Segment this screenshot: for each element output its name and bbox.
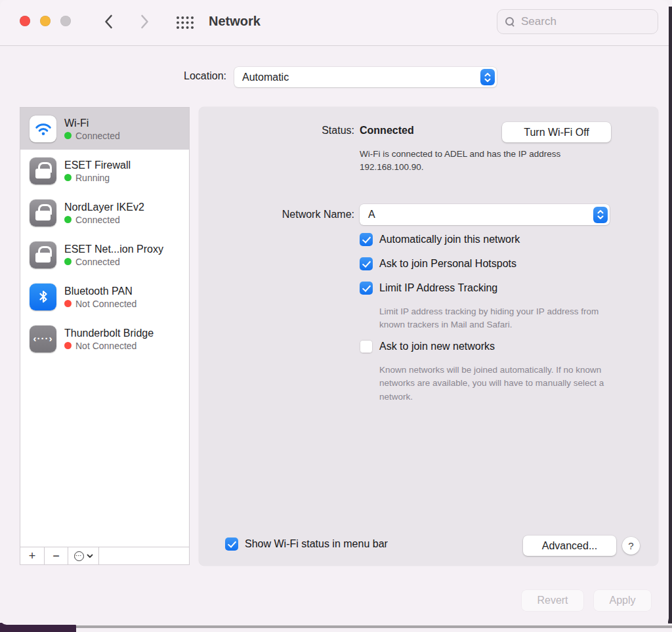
close-window-button[interactable] xyxy=(20,16,30,26)
lock-icon xyxy=(30,242,56,268)
add-service-button[interactable]: + xyxy=(20,547,45,564)
dropdown-stepper-icon xyxy=(593,207,608,223)
forward-button[interactable] xyxy=(140,14,150,32)
apply-button[interactable]: Apply xyxy=(594,590,651,611)
checkbox-icon xyxy=(360,340,373,353)
sidebar-item-nordlayer[interactable]: NordLayer IKEv2 Connected xyxy=(20,192,189,234)
ellipsis-circle-icon: ··· xyxy=(74,551,84,561)
location-value: Automatic xyxy=(242,72,480,83)
checkbox-label: Automatically join this network xyxy=(379,234,520,245)
more-actions-button[interactable]: ··· xyxy=(68,547,99,564)
sidebar-item-text: ESET Net...ion Proxy Connected xyxy=(64,242,163,268)
checkbox-auto-join[interactable]: Automatically join this network xyxy=(360,233,520,246)
traffic-lights xyxy=(20,16,71,26)
sidebar-item-text: Thunderbolt Bridge Not Connected xyxy=(64,326,154,352)
lock-icon xyxy=(30,200,56,226)
checkbox-show-wifi-menu-bar[interactable]: Show Wi-Fi status in menu bar xyxy=(225,537,388,551)
thunderbolt-bridge-icon: ‹···› xyxy=(30,326,56,352)
checkbox-icon xyxy=(360,233,373,246)
network-name-label: Network Name: xyxy=(199,209,354,221)
checkbox-icon xyxy=(360,282,373,295)
status-label: Status: xyxy=(199,125,354,137)
search-input[interactable] xyxy=(521,15,639,28)
minimize-window-button[interactable] xyxy=(40,16,51,26)
wifi-icon xyxy=(30,116,56,142)
bluetooth-icon xyxy=(30,284,56,310)
dropdown-stepper-icon xyxy=(480,69,495,85)
status-text: Not Connected xyxy=(75,340,136,352)
ask-join-caption: Known networks will be joined automatica… xyxy=(379,364,632,404)
checkbox-label: Show Wi-Fi status in menu bar xyxy=(245,538,388,550)
service-name: Wi-Fi xyxy=(64,116,120,130)
sidebar-item-text: ESET Firewall Running xyxy=(64,158,131,184)
wifi-settings-panel: Status: Connected Turn Wi-Fi Off Wi-Fi i… xyxy=(199,107,658,566)
remove-service-button[interactable]: − xyxy=(45,547,68,564)
location-label: Location: xyxy=(98,70,226,82)
window-title: Network xyxy=(209,14,261,29)
chevron-right-icon xyxy=(140,14,150,30)
status-dot xyxy=(64,342,72,349)
service-name: ESET Firewall xyxy=(64,158,131,172)
sidebar-item-text: Bluetooth PAN Not Connected xyxy=(64,284,136,310)
location-dropdown[interactable]: Automatic xyxy=(234,67,497,87)
services-sidebar: Wi-Fi Connected ESET Firewall Running No… xyxy=(20,107,190,565)
status-dot xyxy=(64,300,72,307)
network-name-dropdown[interactable]: A xyxy=(360,204,610,225)
network-name-value: A xyxy=(368,209,593,221)
checkbox-icon xyxy=(225,537,238,551)
sidebar-item-eset-firewall[interactable]: ESET Firewall Running xyxy=(20,150,189,192)
service-status: Connected xyxy=(64,130,120,142)
show-all-grid-icon[interactable] xyxy=(176,16,194,32)
service-status: Running xyxy=(64,172,131,184)
service-name: NordLayer IKEv2 xyxy=(64,200,144,214)
status-dot xyxy=(64,174,72,181)
turn-wifi-off-button[interactable]: Turn Wi-Fi Off xyxy=(502,122,611,142)
sidebar-item-text: NordLayer IKEv2 Connected xyxy=(64,200,144,226)
title-bar: Network xyxy=(0,0,669,46)
sidebar-item-bluetooth-pan[interactable]: Bluetooth PAN Not Connected xyxy=(20,276,189,318)
sidebar-toolbar: + − ··· xyxy=(20,547,189,564)
chevron-down-icon xyxy=(87,554,93,558)
status-text: Connected xyxy=(75,214,120,226)
chevron-left-icon xyxy=(104,14,114,30)
service-status: Not Connected xyxy=(64,340,154,352)
service-status: Connected xyxy=(64,214,144,226)
lock-icon xyxy=(30,158,56,184)
status-dot xyxy=(64,216,72,223)
limit-ip-caption: Limit IP address tracking by hiding your… xyxy=(379,305,617,332)
search-icon xyxy=(505,17,515,27)
status-text: Not Connected xyxy=(75,298,136,310)
status-dot xyxy=(64,132,72,139)
checkbox-limit-ip-tracking[interactable]: Limit IP Address Tracking xyxy=(360,282,497,295)
sidebar-item-thunderbolt-bridge[interactable]: ‹···› Thunderbolt Bridge Not Connected xyxy=(20,318,189,360)
network-preferences-window: Network Location: Automatic Wi-Fi xyxy=(0,0,669,625)
checkbox-ask-join-new[interactable]: Ask to join new networks xyxy=(360,340,495,353)
service-name: Thunderbolt Bridge xyxy=(64,326,154,340)
status-text: Connected xyxy=(75,130,120,142)
revert-button[interactable]: Revert xyxy=(522,590,583,611)
checkbox-label: Ask to join new networks xyxy=(379,341,495,352)
service-status: Connected xyxy=(64,256,163,268)
sidebar-item-wifi[interactable]: Wi-Fi Connected xyxy=(20,108,189,150)
desktop-bottom-edge xyxy=(0,625,672,628)
checkbox-icon xyxy=(360,257,373,270)
advanced-button[interactable]: Advanced... xyxy=(523,536,616,556)
status-value: Connected xyxy=(360,125,414,137)
status-text: Running xyxy=(75,172,110,184)
service-status: Not Connected xyxy=(64,298,136,310)
service-name: Bluetooth PAN xyxy=(64,284,136,298)
help-button[interactable]: ? xyxy=(622,537,640,555)
sidebar-item-text: Wi-Fi Connected xyxy=(64,116,120,142)
status-dot xyxy=(64,258,72,265)
status-description: Wi-Fi is connected to ADEL and has the I… xyxy=(360,148,586,175)
back-button[interactable] xyxy=(104,14,114,32)
checkbox-label: Ask to join Personal Hotspots xyxy=(379,258,516,270)
service-name: ESET Net...ion Proxy xyxy=(64,242,163,256)
status-text: Connected xyxy=(75,256,120,268)
zoom-window-button[interactable] xyxy=(60,16,71,26)
sidebar-item-eset-proxy[interactable]: ESET Net...ion Proxy Connected xyxy=(20,234,189,276)
search-field[interactable] xyxy=(497,9,658,34)
checkbox-personal-hotspots[interactable]: Ask to join Personal Hotspots xyxy=(360,257,516,270)
checkbox-label: Limit IP Address Tracking xyxy=(379,282,497,294)
